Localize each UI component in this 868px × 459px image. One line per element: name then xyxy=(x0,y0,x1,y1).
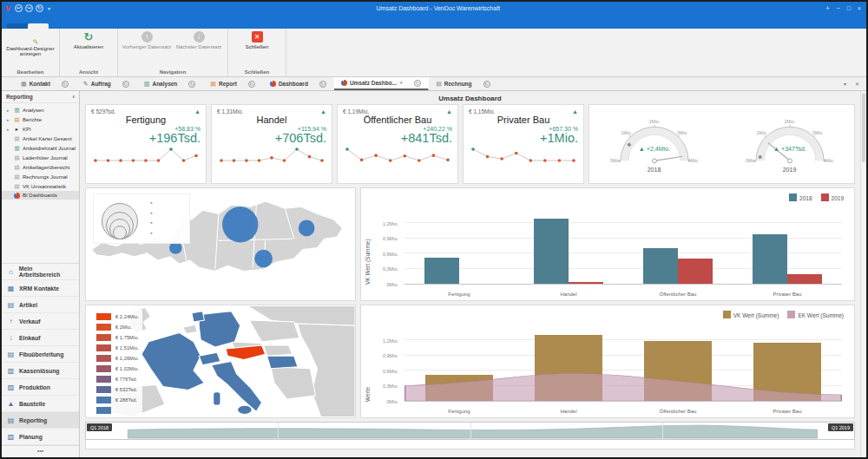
bar-2018[interactable] xyxy=(643,248,678,284)
module-item[interactable]: ↑ Verkauf xyxy=(2,313,79,330)
tree-item[interactable]: ▸ ▸ KPI xyxy=(2,124,79,134)
dashboard-designer-button[interactable]: ✎ Dashboard-Designer anzeigen xyxy=(5,30,56,56)
restore-button[interactable]: + xyxy=(825,5,829,11)
tree-item[interactable]: ▸ ▥ Analysen xyxy=(2,105,79,115)
country-france[interactable] xyxy=(141,332,204,390)
legend-row xyxy=(96,405,139,416)
bubble-south[interactable] xyxy=(254,250,273,268)
legend-item[interactable]: EK Wert (Summe) xyxy=(787,311,844,318)
country-hungary[interactable] xyxy=(267,356,298,368)
module-item[interactable]: ▥ Kassenlösung xyxy=(2,363,79,379)
bar-2018[interactable] xyxy=(424,258,459,284)
module-item[interactable]: ▧ Planung xyxy=(2,429,79,445)
module-item[interactable]: ▤ Fibuüberleitung xyxy=(2,346,79,363)
country-germany[interactable] xyxy=(199,311,240,347)
module-item[interactable]: ↓ Einkauf xyxy=(2,330,79,346)
sidebar-overflow-button[interactable]: ••• xyxy=(2,445,79,457)
refresh-button[interactable]: ↻ Aktualisieren xyxy=(63,30,114,49)
tab-refresh-icon[interactable]: ↻ xyxy=(62,81,69,88)
redo-icon[interactable]: ↪ xyxy=(25,4,33,12)
scrollbar-thumb[interactable] xyxy=(862,93,865,162)
tree-item[interactable]: ▸ ▤ Artikel Kartei Gesamt xyxy=(2,134,79,143)
bubble-east[interactable] xyxy=(299,220,315,237)
close-button[interactable]: × xyxy=(858,5,861,11)
minimize-button[interactable]: − xyxy=(837,5,840,11)
refresh-icon[interactable]: ↻ xyxy=(36,4,43,12)
module-item[interactable]: ▲ Baustelle xyxy=(2,396,79,412)
country-switzerland[interactable] xyxy=(199,352,220,364)
tab-refresh-icon[interactable]: ↻ xyxy=(248,81,255,88)
kpi-delta-value: +841Tsd. xyxy=(343,132,452,145)
country-austria-highlighted[interactable] xyxy=(226,345,265,360)
legend-swatch xyxy=(96,355,111,362)
expand-arrow-icon[interactable]: ▸ xyxy=(7,127,11,132)
legend-value: € 532Tsd. xyxy=(115,387,137,392)
y-axis-ticks: 0Mio.0,3Mio.0,6Mio.0,9Mio.1,2Mio. xyxy=(375,211,401,285)
tree-item[interactable]: ▸ ▤ Berichte xyxy=(2,115,79,124)
tree-item[interactable]: ▸ ▤ Rechnungs Journal xyxy=(2,172,79,181)
bar-vk-wert-summe-[interactable] xyxy=(753,343,821,401)
range-start-handle[interactable]: Q1 2018 xyxy=(87,423,112,431)
bar-2018[interactable] xyxy=(534,219,569,284)
bar-2019[interactable] xyxy=(787,274,822,284)
document-tab[interactable]: ▤ Report + ↻ xyxy=(203,77,263,90)
tree-item[interactable]: ▸ ▤ Ladenhüter Journal xyxy=(2,153,79,162)
expand-arrow-icon[interactable]: ▸ xyxy=(7,108,11,113)
tree-item[interactable]: ▸ ▤ Artikellagerübersicht xyxy=(2,162,79,172)
document-tab[interactable]: Dashboard + ↻ xyxy=(263,77,334,90)
bar-2019[interactable] xyxy=(569,282,603,284)
tab-refresh-icon[interactable]: ↻ xyxy=(414,80,421,87)
previous-record-button[interactable]: ↑ Vorheriger Datensatz xyxy=(122,30,172,49)
collapse-sidebar-icon[interactable]: ‹ xyxy=(73,94,75,100)
document-tab[interactable]: ▤ Rechnung + ↻ xyxy=(429,77,497,90)
legend-value: € 776Tsd. xyxy=(115,377,137,382)
module-item[interactable]: ▤ Reporting xyxy=(2,412,79,429)
module-item[interactable]: ▤ Artikel xyxy=(2,297,79,313)
expand-arrow-icon[interactable]: ▸ xyxy=(7,117,11,122)
kpi-delta-value: +1Mio. xyxy=(469,132,578,145)
module-label: Fibuüberleitung xyxy=(19,351,63,357)
tab-list-dropdown-icon[interactable]: ▾ xyxy=(844,81,846,87)
country-netherlands[interactable] xyxy=(192,311,204,322)
bar-2018[interactable] xyxy=(753,234,787,284)
tab-refresh-icon[interactable]: ↻ xyxy=(319,81,326,88)
bar-vk-wert-summe-[interactable] xyxy=(535,335,602,401)
document-tab[interactable]: ▥ Analysen + ↻ xyxy=(137,77,204,90)
close-tab-button[interactable]: ✕ Schließen xyxy=(232,30,282,49)
bubble-large[interactable] xyxy=(222,207,258,242)
legend-item[interactable]: 2019 xyxy=(821,193,844,201)
range-slider-track[interactable]: Q1 2018 Q1 2019 xyxy=(85,422,855,440)
next-record-button[interactable]: ↓ Nächster Datensatz xyxy=(174,30,224,49)
tree-item-icon: ▥ xyxy=(14,107,20,114)
module-item[interactable]: ▨ Produktion xyxy=(2,379,79,396)
tabbar-close-icon[interactable]: ✕ xyxy=(855,81,859,87)
tree-item[interactable]: ▸ ▤ VK Umsatzstatistik xyxy=(2,181,79,191)
bar-2019[interactable] xyxy=(678,259,713,284)
maximize-button[interactable]: □ xyxy=(847,5,851,11)
tree-item[interactable]: ▸ BI Dashboards xyxy=(2,191,79,200)
tree-item-label: Rechnungs Journal xyxy=(23,174,68,180)
legend-value: € 1,51Mio. xyxy=(115,345,139,351)
undo-icon[interactable]: ↩ xyxy=(15,4,23,12)
document-tab[interactable]: Umsatz Dashbo... + ↻ xyxy=(334,77,429,90)
document-tab[interactable]: ✎ Auftrag + ↻ xyxy=(76,77,137,90)
tree-item-label: Ladenhüter Journal xyxy=(23,155,68,161)
menubar xyxy=(2,15,866,29)
pie-pencil-icon: ✎ xyxy=(23,31,38,44)
legend-item[interactable]: VK Wert (Summe) xyxy=(723,311,779,318)
document-tab[interactable]: ▦ Kontakt + ↻ xyxy=(14,77,76,90)
bar-vk-wert-summe-[interactable] xyxy=(644,341,712,401)
gauge-chart: 0Mio.1Mio.2Mio.3Mio.4Mio.▲ +347Tsd. xyxy=(733,116,847,168)
tree-item[interactable]: ▸ ▥ Artikeldrehzahl Journal xyxy=(2,143,79,153)
pin-icon[interactable]: + xyxy=(399,80,403,86)
module-item[interactable]: ⌂ Mein Arbeitsbereich xyxy=(2,264,79,280)
range-end-handle[interactable]: Q1 2019 xyxy=(828,423,853,431)
tab-refresh-icon[interactable]: ↻ xyxy=(188,81,195,88)
tab-refresh-icon[interactable]: ↻ xyxy=(122,81,129,88)
module-item[interactable]: ▦ XRM Kontakte xyxy=(2,280,79,297)
vertical-scrollbar[interactable] xyxy=(860,91,866,457)
trend-up-icon: ▲ xyxy=(446,108,452,115)
bar-vk-wert-summe-[interactable] xyxy=(425,375,493,401)
tab-refresh-icon[interactable]: ↻ xyxy=(483,81,490,88)
legend-item[interactable]: 2018 xyxy=(789,193,812,201)
